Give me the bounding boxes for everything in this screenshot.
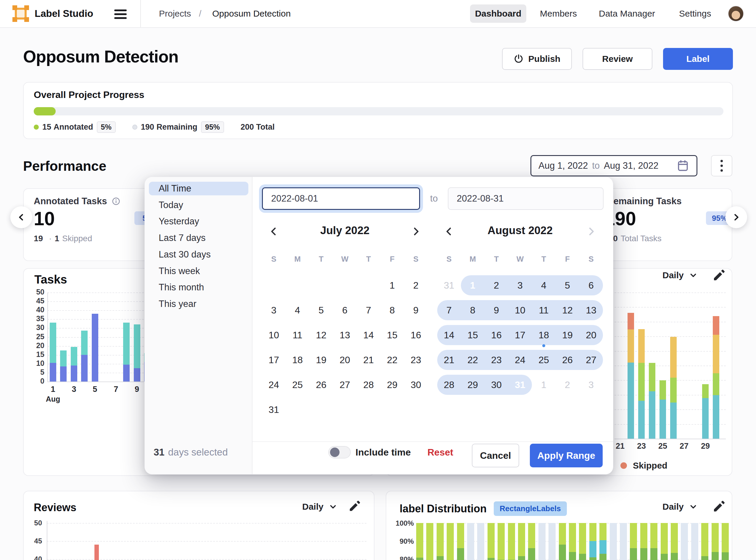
calendar-day[interactable]: 11 [286,323,309,347]
preset-yesterday[interactable]: Yesterday [149,215,248,228]
calendar-day[interactable]: 9 [484,298,508,323]
preset-this-month[interactable]: This month [149,281,248,294]
calendar-day[interactable]: 20 [333,347,357,372]
include-time-toggle[interactable] [328,446,351,459]
calendar-day[interactable]: 1 [532,372,556,397]
calendar-day[interactable]: 22 [380,347,404,372]
calendar-day[interactable]: 15 [380,323,404,347]
calendar-day[interactable]: 4 [286,298,309,323]
calendar-day[interactable]: 22 [461,347,484,372]
calendar-day[interactable]: 12 [556,298,579,323]
calendar-day[interactable]: 8 [380,298,404,323]
cards-prev-button[interactable] [11,206,32,228]
calendar-day[interactable]: 19 [556,323,579,347]
calendar-day[interactable]: 3 [579,372,603,397]
start-date-input[interactable] [262,187,420,210]
hamburger-menu-icon[interactable] [114,7,127,21]
tasks-bar-aug-4 [81,331,87,355]
calendar-day[interactable]: 13 [333,323,357,347]
calendar-day[interactable]: 15 [461,323,484,347]
preset-all-time[interactable]: All Time [149,182,248,195]
calendar-day[interactable]: 16 [484,323,508,347]
calendar-day[interactable]: 18 [286,347,309,372]
calendar-day[interactable]: 27 [333,372,357,397]
calendar-day[interactable]: 2 [556,372,579,397]
calendar-day[interactable]: 17 [262,347,286,372]
calendar-day[interactable]: 5 [309,298,333,323]
calendar-day[interactable]: 24 [262,372,286,397]
calendar-day[interactable]: 31 [262,397,286,422]
calendar-day[interactable]: 20 [579,323,603,347]
preset-last-30-days[interactable]: Last 30 days [149,248,248,261]
calendar-day[interactable]: 3 [262,298,286,323]
calendar-day[interactable]: 31 [437,273,461,298]
calendar-next-month-icon[interactable] [410,225,422,237]
calendar-day[interactable]: 29 [461,372,484,397]
nav-members[interactable]: Members [540,0,577,27]
calendar-day[interactable]: 23 [404,347,428,372]
calendar-day[interactable]: 6 [333,298,357,323]
cards-next-button[interactable] [725,206,747,228]
calendar-day[interactable]: 5 [556,273,579,298]
calendar-day[interactable]: 16 [404,323,428,347]
calendar-day[interactable]: 8 [461,298,484,323]
calendar-prev-month-icon[interactable] [443,225,455,237]
calendar-day[interactable]: 31 [508,372,532,397]
preset-this-year[interactable]: This year [149,297,248,311]
calendar-day[interactable]: 26 [556,347,579,372]
ld-bar-aug-6 [467,523,474,560]
calendar-day[interactable]: 29 [380,372,404,397]
calendar-day[interactable]: 19 [309,347,333,372]
breadcrumb-projects[interactable]: Projects [159,0,191,27]
weekday-label: M [286,255,309,264]
preset-today[interactable]: Today [149,198,248,212]
calendar-day[interactable]: 7 [357,298,380,323]
calendar-day[interactable]: 6 [579,273,603,298]
calendar-day[interactable]: 30 [404,372,428,397]
calendar-day[interactable]: 23 [484,347,508,372]
calendar-day[interactable]: 27 [579,347,603,372]
calendar-day[interactable]: 26 [309,372,333,397]
calendar-day[interactable]: 17 [508,323,532,347]
calendar-day[interactable]: 9 [404,298,428,323]
calendar-next-month-icon[interactable] [585,225,597,237]
calendar-day[interactable]: 14 [437,323,461,347]
calendar-day[interactable]: 11 [532,298,556,323]
calendar-day[interactable]: 10 [508,298,532,323]
calendar-day[interactable]: 14 [357,323,380,347]
reset-button[interactable]: Reset [427,445,453,459]
calendar-day[interactable]: 21 [357,347,380,372]
calendar-day[interactable]: 28 [357,372,380,397]
calendar-day[interactable]: 2 [484,273,508,298]
nav-data-manager[interactable]: Data Manager [599,0,655,27]
calendar-day[interactable]: 1 [380,273,404,298]
calendar-day-number: 2 [565,379,570,391]
calendar-day[interactable]: 24 [508,347,532,372]
tasks-x-tick: 5 [93,385,97,394]
apply-range-button[interactable]: Apply Range [530,444,603,467]
label-studio-logo-icon[interactable] [13,5,29,22]
calendar-day[interactable]: 3 [508,273,532,298]
nav-settings[interactable]: Settings [679,0,711,27]
calendar-day[interactable]: 18 [532,323,556,347]
calendar-day[interactable]: 4 [532,273,556,298]
preset-this-week[interactable]: This week [149,264,248,278]
calendar-day[interactable]: 2 [404,273,428,298]
calendar-day[interactable]: 10 [262,323,286,347]
calendar-day[interactable]: 1 [461,273,484,298]
calendar-day[interactable]: 25 [532,347,556,372]
calendar-day[interactable]: 7 [437,298,461,323]
nav-dashboard[interactable]: Dashboard [470,4,526,23]
calendar-day[interactable]: 21 [437,347,461,372]
calendar-day[interactable]: 12 [309,323,333,347]
calendar-day[interactable]: 28 [437,372,461,397]
calendar-prev-month-icon[interactable] [268,225,280,237]
calendar-day-number: 28 [363,379,374,391]
preset-last-7-days[interactable]: Last 7 days [149,231,248,245]
calendar-day[interactable]: 30 [484,372,508,397]
calendar-day[interactable]: 13 [579,298,603,323]
user-avatar[interactable] [728,6,744,22]
calendar-day[interactable]: 25 [286,372,309,397]
cancel-button[interactable]: Cancel [472,444,519,467]
end-date-input[interactable] [448,187,603,210]
